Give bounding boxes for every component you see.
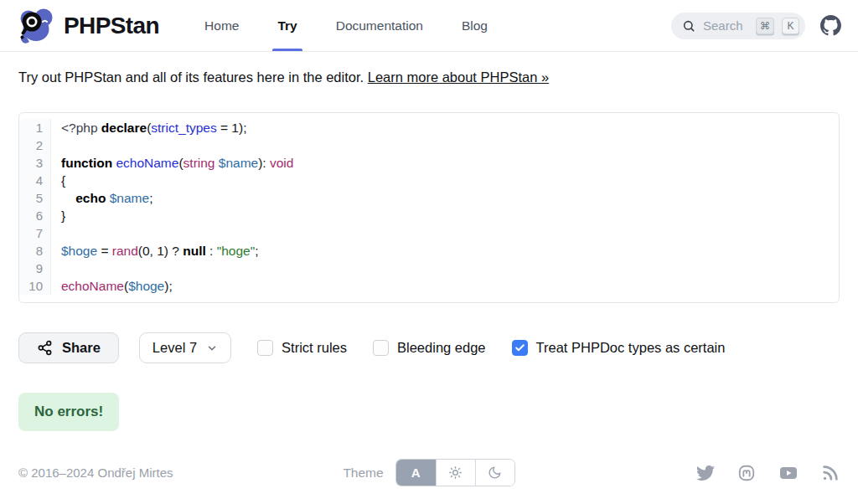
footer: © 2016–2024 Ondřej Mirtes Theme A: [0, 459, 858, 486]
line-number: 8: [19, 242, 51, 260]
theme-switcher: Theme A: [343, 459, 514, 486]
theme-auto-button[interactable]: A: [396, 460, 436, 486]
cmd-key-badge: ⌘: [756, 18, 774, 34]
code-line[interactable]: 3function echoName(string $name): void: [19, 154, 839, 172]
social-links: [515, 463, 840, 483]
theme-dark-button[interactable]: [475, 460, 514, 486]
check-icon: [514, 342, 525, 353]
nav-item-blog[interactable]: Blog: [462, 0, 488, 51]
search-icon: [682, 19, 695, 33]
line-number: 4: [19, 172, 51, 189]
nav-item-try[interactable]: Try: [277, 0, 297, 51]
intro-text-plain: Try out PHPStan and all of its features …: [18, 69, 368, 85]
youtube-link[interactable]: [778, 463, 799, 483]
code-text[interactable]: {: [51, 172, 65, 189]
code-text[interactable]: [51, 136, 61, 154]
line-number: 5: [19, 189, 51, 207]
k-key-badge: K: [782, 18, 799, 34]
search-placeholder: Search: [703, 18, 748, 33]
result-badge: No errors!: [18, 393, 119, 431]
twitter-link[interactable]: [696, 464, 715, 482]
line-number: 7: [19, 224, 51, 242]
github-icon: [820, 15, 841, 36]
bleeding-edge-label: Bleeding edge: [397, 340, 486, 356]
code-text[interactable]: $hoge = rand(0, 1) ? null : "hoge";: [51, 242, 259, 260]
code-line[interactable]: 10echoName($hoge);: [19, 277, 839, 295]
code-text[interactable]: [51, 224, 61, 242]
code-line[interactable]: 5 echo $name;: [19, 189, 839, 207]
mastodon-link[interactable]: [737, 464, 756, 482]
strict-rules-label: Strict rules: [282, 340, 347, 356]
nav-item-documentation[interactable]: Documentation: [336, 0, 423, 51]
phpdoc-types-checkbox-box[interactable]: [512, 340, 528, 356]
line-number: 10: [19, 277, 51, 295]
learn-more-link[interactable]: Learn more about PHPStan »: [368, 69, 549, 85]
strict-rules-checkbox-box[interactable]: [257, 340, 273, 356]
theme-light-button[interactable]: [436, 460, 475, 486]
nav-item-home[interactable]: Home: [204, 0, 239, 51]
bleeding-edge-checkbox-box[interactable]: [373, 340, 389, 356]
brand-title[interactable]: PHPStan: [64, 13, 159, 39]
phpstan-logo-icon[interactable]: [17, 6, 55, 46]
controls-row: Share Level 7 Strict rules Bleeding edge: [18, 332, 840, 363]
line-number: 9: [19, 260, 51, 277]
twitter-icon: [696, 464, 715, 482]
code-text[interactable]: function echoName(string $name): void: [51, 154, 293, 172]
line-number: 3: [19, 154, 51, 172]
intro-text: Try out PHPStan and all of its features …: [18, 69, 840, 85]
header: PHPStan Home Try Documentation Blog Sear…: [0, 0, 858, 52]
rss-icon: [821, 464, 840, 482]
chevron-down-icon: [206, 342, 218, 354]
phpdoc-types-label: Treat PHPDoc types as certain: [536, 340, 726, 356]
mastodon-icon: [737, 464, 756, 482]
code-text[interactable]: echo $name;: [51, 189, 152, 207]
share-button[interactable]: Share: [18, 332, 119, 363]
code-text[interactable]: <?php declare(strict_types = 1);: [51, 119, 246, 136]
code-line[interactable]: 4{: [19, 172, 839, 189]
line-number: 6: [19, 207, 51, 224]
share-button-label: Share: [62, 340, 101, 356]
code-lines: 1<?php declare(strict_types = 1);23funct…: [19, 119, 839, 295]
youtube-icon: [778, 463, 799, 483]
code-line[interactable]: 9: [19, 260, 839, 277]
level-select[interactable]: Level 7: [139, 332, 231, 363]
phpdoc-types-checkbox[interactable]: Treat PHPDoc types as certain: [512, 340, 726, 356]
copyright-text: © 2016–2024 Ondřej Mirtes: [18, 465, 173, 480]
github-link[interactable]: [820, 15, 841, 36]
strict-rules-checkbox[interactable]: Strict rules: [257, 340, 347, 356]
code-text[interactable]: [51, 260, 61, 277]
code-text[interactable]: }: [51, 207, 65, 224]
line-number: 2: [19, 136, 51, 154]
line-number: 1: [19, 119, 51, 136]
code-line[interactable]: 7: [19, 224, 839, 242]
search-input[interactable]: Search ⌘ K: [671, 13, 805, 39]
code-editor[interactable]: 1<?php declare(strict_types = 1);23funct…: [18, 112, 840, 303]
main-nav: Home Try Documentation Blog: [204, 0, 488, 51]
main-content: Try out PHPStan and all of its features …: [0, 69, 858, 431]
sun-icon: [448, 465, 463, 480]
level-select-value: Level 7: [152, 340, 197, 356]
code-line[interactable]: 2: [19, 136, 839, 154]
code-line[interactable]: 1<?php declare(strict_types = 1);: [19, 119, 839, 136]
bleeding-edge-checkbox[interactable]: Bleeding edge: [373, 340, 486, 356]
theme-label: Theme: [343, 465, 383, 481]
rss-link[interactable]: [821, 464, 840, 482]
theme-toggle-group: A: [395, 459, 515, 486]
share-icon: [37, 340, 53, 356]
code-line[interactable]: 8$hoge = rand(0, 1) ? null : "hoge";: [19, 242, 839, 260]
code-text[interactable]: echoName($hoge);: [51, 277, 173, 295]
code-line[interactable]: 6}: [19, 207, 839, 224]
moon-icon: [488, 465, 502, 480]
